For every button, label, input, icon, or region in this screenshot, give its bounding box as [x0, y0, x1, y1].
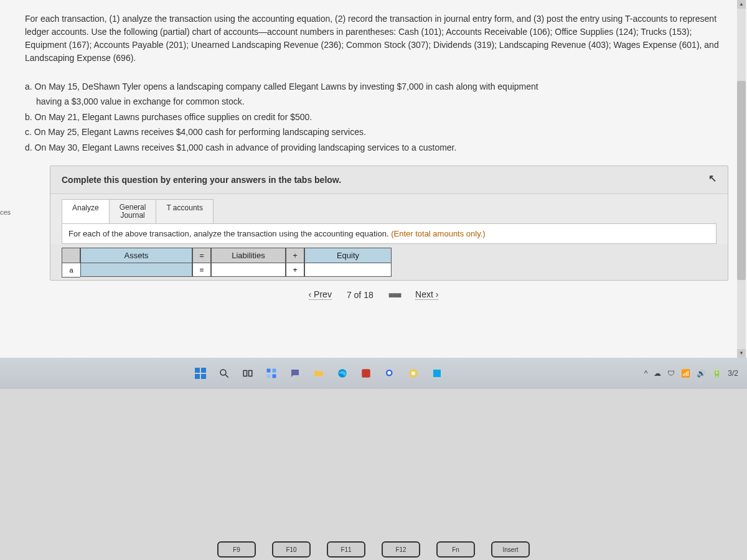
- svg-rect-9: [362, 369, 370, 378]
- svg-rect-6: [267, 375, 271, 378]
- header-equals: =: [192, 248, 211, 263]
- next-button[interactable]: Next ›: [415, 289, 438, 300]
- chrome-icon: [408, 368, 419, 379]
- tab-general-journal[interactable]: General Journal: [110, 199, 157, 223]
- square-icon: [431, 368, 443, 379]
- tab-analyze[interactable]: Analyze: [62, 199, 110, 223]
- header-spacer: [62, 248, 80, 263]
- transaction-a-line2: having a $3,000 value in exchange for co…: [25, 95, 728, 108]
- start-button[interactable]: [193, 366, 208, 381]
- keyboard-edge: F9 F10 F11 F12 Fn Insert: [0, 526, 747, 558]
- transaction-c: c. On May 25, Elegant Lawns receives $4,…: [25, 125, 728, 139]
- header-equity: Equity: [304, 248, 392, 263]
- edge-icon: [337, 368, 348, 379]
- wifi-icon[interactable]: 📶: [681, 369, 690, 378]
- svg-rect-4: [267, 369, 271, 373]
- svg-point-11: [387, 371, 391, 375]
- security-icon[interactable]: 🛡: [667, 369, 675, 378]
- widgets-button[interactable]: [264, 366, 279, 381]
- task-view-icon: [242, 368, 253, 379]
- svg-line-1: [225, 375, 228, 378]
- input-liabilities-a[interactable]: [211, 263, 286, 277]
- key-insert: Insert: [491, 541, 530, 558]
- header-assets: Assets: [80, 248, 192, 263]
- transaction-b: b. On May 21, Elegant Lawns purchases of…: [25, 110, 728, 124]
- chat-icon: [289, 368, 301, 379]
- app-button-4[interactable]: [430, 366, 444, 381]
- search-icon: [218, 368, 230, 379]
- equation-header-row: Assets = Liabilities + Equity: [62, 248, 716, 263]
- key-f10: F10: [272, 541, 311, 558]
- cell-equals-a: =: [192, 263, 211, 277]
- onedrive-icon[interactable]: ☁: [654, 369, 661, 378]
- app-icon: [360, 368, 372, 379]
- tray-chevron-icon[interactable]: ^: [644, 369, 648, 378]
- answer-instruction: Complete this question by entering your …: [50, 166, 728, 194]
- browser-content: For each transaction, (1) analyze the tr…: [0, 0, 747, 358]
- tab-journal-label: General Journal: [120, 203, 146, 220]
- battery-icon[interactable]: 🔋: [712, 369, 721, 378]
- scroll-thumb[interactable]: [737, 81, 746, 280]
- app-button-3[interactable]: [406, 366, 421, 381]
- vertical-scrollbar[interactable]: ▲ ▼: [737, 0, 746, 358]
- transaction-d: d. On May 30, Elegant Lawns receives $1,…: [25, 141, 728, 154]
- screenshot-root: For each transaction, (1) analyze the tr…: [0, 0, 747, 560]
- question-intro: For each transaction, (1) analyze the tr…: [0, 0, 747, 80]
- pager: ‹ Prev 7 of 18 ■■■ Next ›: [0, 281, 747, 306]
- prev-button[interactable]: ‹ Prev: [309, 289, 332, 300]
- cursor-icon: ↖: [708, 172, 716, 184]
- panel-hint: (Enter total amounts only.): [391, 229, 486, 238]
- header-liabilities: Liabilities: [211, 248, 286, 263]
- accounting-equation-table: Assets = Liabilities + Equity a = +: [62, 248, 716, 278]
- svg-rect-5: [273, 369, 276, 373]
- key-f12: F12: [382, 541, 420, 558]
- chat-button[interactable]: [288, 366, 303, 381]
- search-button[interactable]: [217, 366, 232, 381]
- widgets-icon: [266, 368, 277, 379]
- edge-button[interactable]: [335, 366, 350, 381]
- input-equity-a[interactable]: [304, 263, 392, 277]
- scroll-down-button[interactable]: ▼: [737, 349, 746, 358]
- tab-analyze-label: Analyze: [72, 203, 99, 212]
- next-label: Next: [415, 289, 433, 299]
- tab-area: Analyze General Journal T accounts For e…: [50, 194, 728, 244]
- svg-rect-7: [273, 375, 276, 378]
- tab-t-accounts[interactable]: T accounts: [156, 199, 213, 223]
- panel-lead: For each of the above transaction, analy…: [68, 229, 391, 238]
- grid-icon[interactable]: ■■■: [388, 290, 400, 300]
- header-plus: +: [286, 248, 304, 263]
- svg-point-13: [411, 371, 415, 375]
- question-intro-text: For each transaction, (1) analyze the tr…: [25, 12, 728, 65]
- svg-rect-2: [243, 371, 247, 376]
- tab-panel-analyze: For each of the above transaction, analy…: [62, 223, 716, 244]
- key-f11: F11: [327, 541, 365, 558]
- windows-icon: [195, 368, 206, 379]
- windows-taskbar: ^ ☁ 🛡 📶 🔊 🔋 3/2: [0, 358, 747, 389]
- app-button-2[interactable]: [382, 366, 397, 381]
- chevron-right-icon: ›: [436, 289, 439, 299]
- scroll-up-button[interactable]: ▲: [737, 0, 746, 9]
- row-label-a: a: [62, 263, 80, 278]
- app-button-1[interactable]: [359, 366, 374, 381]
- file-explorer-button[interactable]: [311, 366, 326, 381]
- magnifier-icon: [384, 368, 395, 379]
- key-fn: Fn: [436, 541, 475, 558]
- transaction-a-line1: a. On May 15, DeShawn Tyler opens a land…: [25, 80, 728, 93]
- volume-icon[interactable]: 🔊: [697, 369, 706, 378]
- svg-rect-14: [433, 370, 441, 377]
- svg-rect-3: [249, 371, 252, 376]
- prev-label: Prev: [314, 289, 332, 299]
- svg-point-0: [220, 370, 226, 375]
- answer-instruction-text: Complete this question by entering your …: [62, 175, 341, 185]
- sidebar-fragment: ces: [0, 208, 11, 216]
- taskbar-right: ^ ☁ 🛡 📶 🔊 🔋 3/2: [644, 369, 738, 378]
- cell-plus-a: +: [286, 263, 304, 277]
- taskbar-left-icons: [193, 366, 444, 381]
- input-assets-a[interactable]: [80, 263, 192, 277]
- folder-icon: [313, 368, 324, 379]
- chevron-left-icon: ‹: [309, 289, 312, 299]
- transaction-list: a. On May 15, DeShawn Tyler opens a land…: [0, 80, 747, 159]
- tab-list: Analyze General Journal T accounts: [62, 199, 716, 223]
- task-view-button[interactable]: [240, 366, 255, 381]
- taskbar-clock[interactable]: 3/2: [728, 369, 738, 378]
